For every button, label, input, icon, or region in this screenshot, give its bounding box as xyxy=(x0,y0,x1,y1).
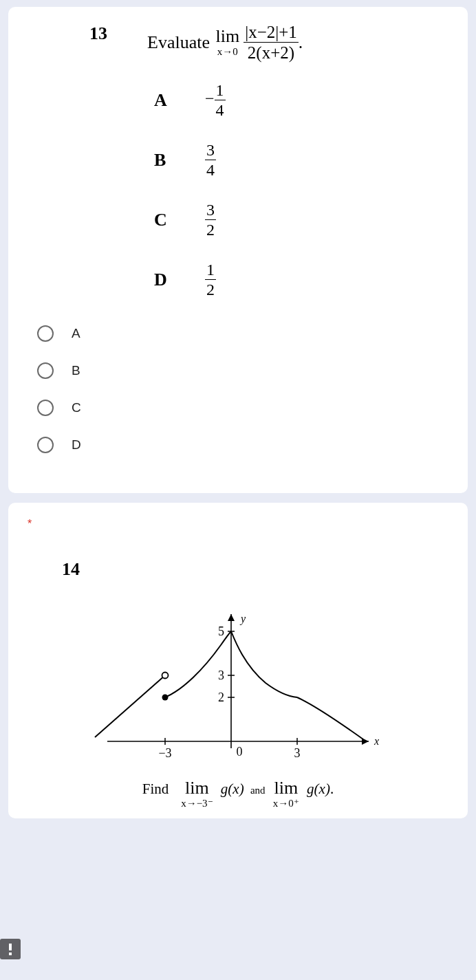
y-axis-arrow-icon xyxy=(228,614,235,621)
q13-opt-a-value: −14 xyxy=(205,82,226,118)
q14-graph: −3 0 3 2 3 5 y x xyxy=(29,600,447,765)
q13-option-row-d: D 12 xyxy=(154,261,447,298)
q13-radio-a[interactable]: A xyxy=(37,325,447,342)
graph-middle-left-branch xyxy=(165,631,231,697)
q13-radio-c-label: C xyxy=(72,400,81,415)
q13-option-row-c: C 32 xyxy=(154,202,447,238)
q14-find-word: Find xyxy=(142,781,169,797)
q13-radio-a-label: A xyxy=(72,326,80,341)
q14-lim1: lim x→−3⁻ xyxy=(181,779,213,809)
y-tick-label-5: 5 xyxy=(218,624,224,638)
q13-option-row-a: A −14 xyxy=(154,82,447,118)
x-tick-label-3: 3 xyxy=(294,746,301,760)
question-13-card: 13 Evaluate lim x→0 |x−2|+1 2(x+2) . A −… xyxy=(8,7,468,493)
q13-opt-b-letter: B xyxy=(154,150,171,171)
q13-radio-c[interactable]: C xyxy=(37,400,447,416)
q14-prompt: Find lim x→−3⁻ g(x) and lim x→0⁺ g(x). xyxy=(29,776,447,812)
graph-middle-right-branch xyxy=(231,631,297,697)
q13-radio-d-label: D xyxy=(72,437,81,453)
q13-opt-c-letter: C xyxy=(154,210,171,230)
q14-lim2: lim x→0⁺ xyxy=(273,779,299,809)
y-tick-label-2: 2 xyxy=(218,690,224,704)
radio-circle-icon xyxy=(37,362,54,379)
q13-evaluate-word: Evaluate xyxy=(147,32,210,53)
q14-header: 14 xyxy=(62,559,447,580)
q13-lim-label: lim xyxy=(215,28,239,45)
q14-and-word: and xyxy=(250,785,266,796)
q13-opt-d-letter: D xyxy=(154,270,171,290)
q14-graph-svg: −3 0 3 2 3 5 y x xyxy=(87,600,389,765)
q13-radio-d[interactable]: D xyxy=(37,437,447,453)
y-tick-label-3: 3 xyxy=(218,668,224,682)
graph-right-branch xyxy=(297,697,363,739)
q13-denominator: 2(x+2) xyxy=(246,43,296,61)
q13-period: . xyxy=(299,32,303,53)
q13-fraction: |x−2|+1 2(x+2) xyxy=(244,23,299,61)
x-tick-label-neg3: −3 xyxy=(158,746,171,760)
q13-opt-a-sign: − xyxy=(205,89,215,107)
radio-circle-icon xyxy=(37,325,54,342)
q13-header-row: 13 Evaluate lim x→0 |x−2|+1 2(x+2) . xyxy=(29,23,447,61)
q13-radio-group: A B C D xyxy=(37,325,447,453)
q13-numerator: |x−2|+1 xyxy=(244,23,299,43)
q13-opt-a-letter: A xyxy=(154,90,171,111)
graph-left-branch xyxy=(95,675,165,737)
q13-opt-c-value: 32 xyxy=(205,202,216,238)
required-asterisk: * xyxy=(28,518,32,530)
q13-opt-d-value: 12 xyxy=(205,261,216,298)
radio-circle-icon xyxy=(37,437,54,453)
q14-number: 14 xyxy=(62,559,80,579)
q14-func1: g(x) xyxy=(221,781,244,797)
radio-circle-icon xyxy=(37,400,54,416)
q13-radio-b-label: B xyxy=(72,363,80,378)
q13-option-row-b: B 34 xyxy=(154,142,447,178)
q13-prompt: Evaluate lim x→0 |x−2|+1 2(x+2) . xyxy=(147,23,303,61)
q13-option-table: A −14 B 34 C 32 D 12 xyxy=(154,82,447,298)
open-point-neg3-3 xyxy=(162,673,169,679)
x-tick-label-0: 0 xyxy=(237,745,243,759)
question-14-card: * 14 −3 0 3 2 3 5 y x xyxy=(8,503,468,818)
y-axis-label: y xyxy=(239,613,246,625)
q13-limit-operator: lim x→0 xyxy=(215,28,239,57)
q13-radio-b[interactable]: B xyxy=(37,362,447,379)
q14-func2: g(x) xyxy=(307,781,330,797)
q14-period: . xyxy=(330,781,334,797)
q13-opt-b-value: 34 xyxy=(205,142,216,178)
q13-lim-sub: x→0 xyxy=(217,47,238,57)
q13-number: 13 xyxy=(89,23,107,44)
x-axis-label: x xyxy=(374,735,379,747)
